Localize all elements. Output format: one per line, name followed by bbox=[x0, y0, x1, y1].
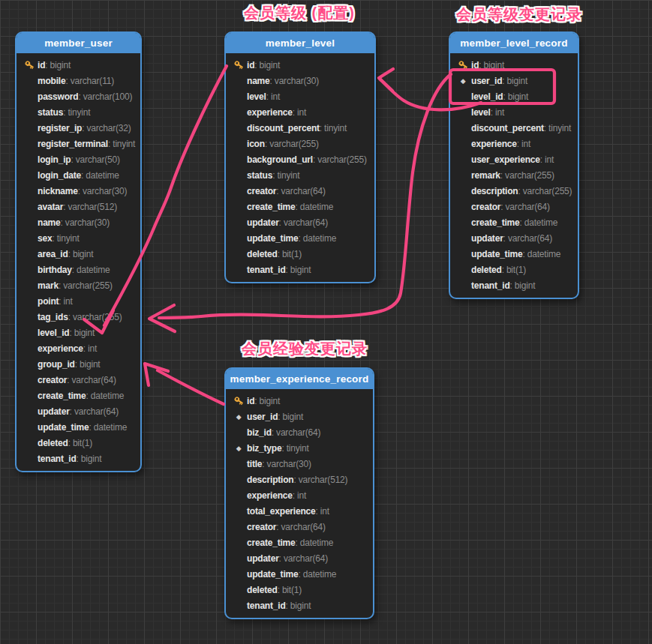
field-row: creator: varchar(64) bbox=[455, 199, 575, 214]
field-type: : bigint bbox=[503, 91, 528, 102]
field-name: tenant_id bbox=[247, 601, 286, 611]
field-name: tenant_id bbox=[471, 280, 510, 291]
table-member-level[interactable]: member_level id: bigintname: varchar(30)… bbox=[224, 31, 376, 283]
field-name: tenant_id bbox=[38, 454, 77, 464]
field-row: experience: int bbox=[230, 487, 370, 503]
field-type: : varchar(64) bbox=[503, 233, 552, 244]
field-row: title: varchar(30) bbox=[230, 456, 370, 472]
field-row: description: varchar(255) bbox=[455, 183, 575, 199]
index-diamond-icon: ◆ bbox=[455, 77, 471, 85]
field-type: : datetime bbox=[296, 538, 334, 548]
primary-key-icon bbox=[458, 59, 469, 70]
field-type: : bigint bbox=[77, 454, 102, 464]
table-title[interactable]: member_user bbox=[17, 33, 140, 53]
field-name: create_time bbox=[247, 202, 296, 212]
field-name: background_url bbox=[247, 154, 313, 165]
field-row: point: int bbox=[21, 293, 137, 309]
field-type: : varchar(512) bbox=[63, 202, 117, 212]
field-type: : bigint bbox=[510, 280, 536, 291]
field-type: : datetime bbox=[296, 202, 334, 212]
field-row: name: varchar(30) bbox=[230, 73, 371, 88]
field-row: password: varchar(100) bbox=[21, 88, 137, 104]
field-row: nickname: varchar(30) bbox=[21, 183, 137, 199]
field-type: : datetime bbox=[72, 265, 110, 275]
field-name: area_id bbox=[38, 249, 68, 259]
field-row: level_id: bigint bbox=[455, 88, 575, 104]
field-type: : varchar(64) bbox=[279, 553, 328, 564]
field-name: updater bbox=[38, 406, 70, 417]
field-name: creator bbox=[247, 522, 276, 532]
field-row: experience: int bbox=[21, 340, 137, 356]
field-type: : tinyint bbox=[108, 139, 135, 149]
field-type: : varchar(50) bbox=[71, 154, 119, 165]
field-name: name bbox=[38, 217, 61, 228]
field-type: : tinyint bbox=[52, 233, 79, 244]
field-name: level_id bbox=[38, 328, 69, 338]
field-type: : bit(1) bbox=[278, 249, 302, 259]
table-member-user[interactable]: member_user id: bigintmobile: varchar(11… bbox=[15, 31, 142, 472]
field-type: : int bbox=[266, 91, 280, 102]
field-name: deleted bbox=[471, 265, 502, 275]
field-type: : varchar(64) bbox=[272, 427, 320, 438]
field-name: point bbox=[38, 296, 59, 307]
field-name: creator bbox=[247, 186, 276, 196]
field-row: register_terminal: tinyint bbox=[21, 136, 137, 151]
field-name: experience bbox=[38, 343, 83, 354]
table-member-experience-record[interactable]: member_experience_record id: bigint◆user… bbox=[224, 367, 374, 619]
field-type: : datetime bbox=[298, 233, 336, 244]
field-type: : varchar(30) bbox=[78, 186, 127, 196]
table-fields: id: bigint◆user_id: bigintlevel_id: bigi… bbox=[450, 53, 578, 298]
field-row: sex: tinyint bbox=[21, 230, 137, 246]
field-name: group_id bbox=[38, 359, 75, 370]
field-row: update_time: datetime bbox=[455, 246, 575, 262]
field-type: : bigint bbox=[254, 60, 280, 70]
table-member-level-record[interactable]: member_level_record id: bigint◆user_id: … bbox=[449, 31, 579, 299]
field-type: : varchar(64) bbox=[276, 186, 325, 196]
field-name: level bbox=[247, 91, 266, 102]
field-row: level: int bbox=[230, 88, 371, 104]
field-type: : tinyint bbox=[544, 123, 571, 133]
arrowhead-levelrecord-to-user bbox=[149, 305, 175, 331]
field-name: id bbox=[247, 60, 254, 70]
field-row: update_time: datetime bbox=[230, 230, 371, 246]
field-type: : int bbox=[540, 154, 554, 165]
primary-key-icon bbox=[455, 59, 471, 70]
field-name: mobile bbox=[38, 76, 65, 86]
field-type: : bigint bbox=[479, 60, 504, 70]
field-type: : bigint bbox=[286, 265, 311, 275]
field-row: level_id: bigint bbox=[21, 325, 137, 340]
index-diamond-icon: ◆ bbox=[230, 445, 247, 452]
field-type: : tinyint bbox=[320, 123, 347, 133]
field-name: experience bbox=[471, 139, 517, 149]
field-name: mark bbox=[38, 280, 59, 291]
field-type: : datetime bbox=[86, 391, 125, 401]
table-title[interactable]: member_experience_record bbox=[226, 369, 373, 389]
field-name: title bbox=[247, 459, 262, 469]
field-name: description bbox=[247, 475, 293, 485]
table-title[interactable]: member_level bbox=[226, 33, 374, 53]
field-type: : varchar(30) bbox=[262, 459, 311, 469]
field-name: nickname bbox=[38, 186, 78, 196]
field-name: updater bbox=[247, 217, 279, 228]
field-name: sex bbox=[38, 233, 52, 244]
primary-key-icon bbox=[230, 395, 247, 406]
field-name: create_time bbox=[471, 217, 520, 228]
diagram-canvas: 会员等级 (配置) 会员等级变更记录 会员经验变更记录 member_user … bbox=[0, 0, 652, 644]
field-row: updater: varchar(64) bbox=[230, 214, 371, 230]
field-row: discount_percent: tinyint bbox=[455, 120, 575, 136]
field-type: : int bbox=[59, 296, 72, 307]
table-title[interactable]: member_level_record bbox=[450, 33, 578, 53]
field-name: updater bbox=[247, 553, 279, 564]
field-row: icon: varchar(255) bbox=[230, 136, 371, 151]
field-row: tag_ids: varchar(255) bbox=[21, 309, 137, 325]
field-name: name bbox=[247, 76, 270, 86]
field-name: deleted bbox=[247, 249, 278, 259]
field-type: : bit(1) bbox=[68, 438, 92, 448]
field-name: register_terminal bbox=[38, 139, 108, 149]
primary-key-icon bbox=[230, 59, 247, 70]
field-type: : varchar(64) bbox=[279, 217, 328, 228]
field-type: : int bbox=[293, 107, 306, 118]
field-row: status: tinyint bbox=[230, 167, 371, 183]
arrowhead-levelrecord-to-level bbox=[379, 69, 393, 91]
field-type: : varchar(255) bbox=[265, 139, 319, 149]
